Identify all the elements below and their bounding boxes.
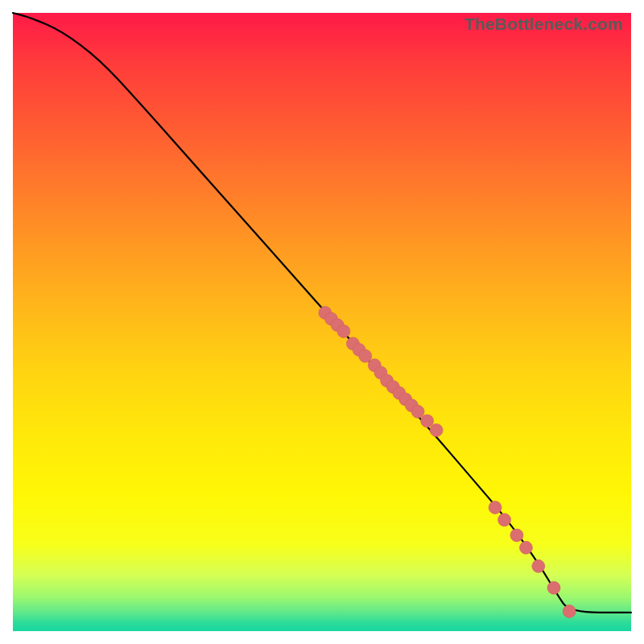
- data-point: [510, 529, 523, 542]
- plot-area: TheBottleneck.com: [13, 13, 631, 631]
- data-point: [411, 405, 424, 418]
- chart-container: TheBottleneck.com: [0, 0, 644, 644]
- data-point: [519, 541, 532, 554]
- data-point: [337, 325, 350, 338]
- chart-svg: [13, 13, 631, 631]
- data-point: [421, 415, 434, 427]
- data-point: [532, 559, 545, 572]
- data-point: [547, 581, 560, 594]
- data-point: [563, 605, 576, 617]
- chart-points-group: [319, 306, 576, 617]
- data-point: [359, 349, 372, 362]
- data-point: [498, 514, 511, 526]
- data-point: [489, 501, 502, 514]
- data-point: [430, 423, 443, 436]
